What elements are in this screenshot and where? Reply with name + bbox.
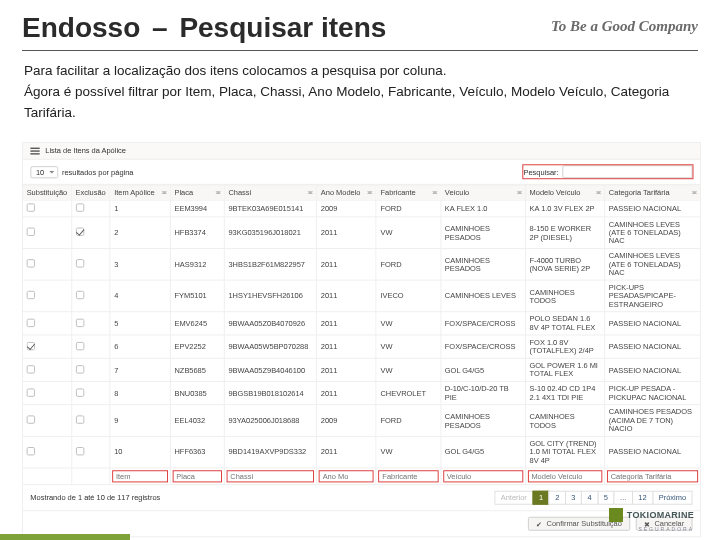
table-cell: CAMINHOES PESADOS [441,404,526,436]
exclusion-checkbox[interactable] [76,291,84,299]
table-cell: PASSEIO NACIONAL [605,358,701,381]
table-cell [71,280,110,312]
substitution-checkbox[interactable] [27,227,35,235]
column-header[interactable]: Modelo Veículo [525,185,604,200]
table-cell: CAMINHOES PESADOS (ACIMA DE 7 TON) NACIO [605,404,701,436]
table-cell: IVECO [376,280,440,312]
pager-item[interactable]: 12 [632,491,653,505]
column-header[interactable]: Ano Modelo [317,185,377,200]
column-header[interactable]: Exclusão [71,185,110,200]
table-cell [22,280,71,312]
column-header[interactable]: Substituição [22,185,71,200]
exclusion-checkbox[interactable] [76,318,84,326]
exclusion-checkbox[interactable] [76,203,84,211]
table-cell [22,404,71,436]
table-row: 5EMV62459BWAA05Z0B40709262011VWFOX/SPACE… [22,311,700,334]
substitution-checkbox[interactable] [27,291,35,299]
pager-item[interactable]: 5 [597,491,614,505]
search-input[interactable] [562,165,692,178]
table-row: 3HAS93123HBS1B2F61M8229572011FORDCAMINHO… [22,248,700,280]
substitution-checkbox[interactable] [27,203,35,211]
table-cell: CAMINHOES LEVES [441,280,526,312]
table-cell: 9BTEK03A69E015141 [224,200,316,217]
column-filter-input[interactable] [173,470,222,482]
table-cell: GOL CITY (TREND) 1.0 MI TOTAL FLEX 8V 4P [525,436,604,468]
pager-item[interactable]: 1 [532,491,549,505]
policy-items-panel: Lista de Itens da Apólice 10 resultados … [22,142,701,537]
table-cell: PASSEIO NACIONAL [605,200,701,217]
table-cell: 3 [110,248,170,280]
pager-item[interactable]: 4 [581,491,598,505]
table-cell [22,200,71,217]
substitution-checkbox[interactable] [27,259,35,267]
table-cell: GOL G4/G5 [441,358,526,381]
brand-subtitle: SEGURADORA [609,526,694,532]
table-cell: FOX/SPACE/CROSS [441,335,526,358]
column-filter-input[interactable] [227,470,315,482]
column-header[interactable]: Veículo [441,185,526,200]
column-header[interactable]: Item Apólice [110,185,170,200]
table-toolbar: 10 resultados por página Pesquisar: [22,159,701,184]
substitution-checkbox[interactable] [27,447,35,455]
table-cell: NZB5685 [170,358,224,381]
table-cell: EMV6245 [170,311,224,334]
substitution-checkbox[interactable] [27,388,35,396]
pager-item[interactable]: ... [614,491,633,505]
records-info: Mostrando de 1 até 10 de 117 registros [30,493,160,501]
exclusion-checkbox[interactable] [76,259,84,267]
table-cell [71,358,110,381]
substitution-checkbox[interactable] [27,365,35,373]
table-cell: 93YA025006J018688 [224,404,316,436]
table-cell: F-4000 TURBO (NOVA SERIE) 2P [525,248,604,280]
table-row: 8BNU03859BGSB19B0181026142011CHEVROLETD-… [22,381,700,404]
slide-title: Endosso – Pesquisar itens [22,12,386,44]
pager-item[interactable]: Próximo [652,491,692,505]
table-cell [22,436,71,468]
column-filter-input[interactable] [112,470,168,482]
table-cell: 2011 [317,335,377,358]
table-cell: PICK-UP PESADA - PICKUPAC NACIONAL [605,381,701,404]
table-cell: FORD [376,200,440,217]
column-filter-input[interactable] [319,470,374,482]
table-cell: HFB3374 [170,217,224,249]
table-cell: VW [376,311,440,334]
table-cell: KA 1.0 3V FLEX 2P [525,200,604,217]
exclusion-checkbox[interactable] [76,227,84,235]
table-cell: 9BD1419AXVP9DS332 [224,436,316,468]
table-cell: FOX 1.0 8V (TOTALFLEX) 2/4P [525,335,604,358]
table-cell [22,335,71,358]
column-header[interactable]: Placa [170,185,224,200]
table-cell: 2011 [317,436,377,468]
pager-item[interactable]: 2 [549,491,566,505]
column-header[interactable]: Fabricante [376,185,440,200]
table-cell: 3HBS1B2F61M822957 [224,248,316,280]
table-row: 10HFF63639BD1419AXVP9DS3322011VWGOL G4/G… [22,436,700,468]
exclusion-checkbox[interactable] [76,365,84,373]
table-cell [71,200,110,217]
substitution-checkbox[interactable] [27,415,35,423]
table-cell: D-10/C-10/D-20 TB PIE [441,381,526,404]
column-header[interactable]: Chassi [224,185,316,200]
column-filter-input[interactable] [607,470,698,482]
table-cell [71,436,110,468]
per-page-select[interactable]: 10 [30,165,58,177]
substitution-checkbox[interactable] [27,341,35,349]
pager-item[interactable]: 3 [565,491,582,505]
column-filter-input[interactable] [443,470,523,482]
table-cell [22,217,71,249]
exclusion-checkbox[interactable] [76,447,84,455]
table-cell [22,381,71,404]
table-cell: GOL POWER 1.6 MI TOTAL FLEX [525,358,604,381]
exclusion-checkbox[interactable] [76,341,84,349]
table-cell: VW [376,217,440,249]
substitution-checkbox[interactable] [27,318,35,326]
table-cell: PASSEIO NACIONAL [605,436,701,468]
table-cell: PASSEIO NACIONAL [605,335,701,358]
column-filter-input[interactable] [528,470,603,482]
table-row: 2HFB337493KG035196J0180212011VWCAMINHOES… [22,217,700,249]
table-cell: CAMINHOES LEVES (ATE 6 TONELADAS) NAC [605,217,701,249]
exclusion-checkbox[interactable] [76,388,84,396]
column-header[interactable]: Categoria Tarifária [605,185,701,200]
column-filter-input[interactable] [379,470,439,482]
exclusion-checkbox[interactable] [76,415,84,423]
